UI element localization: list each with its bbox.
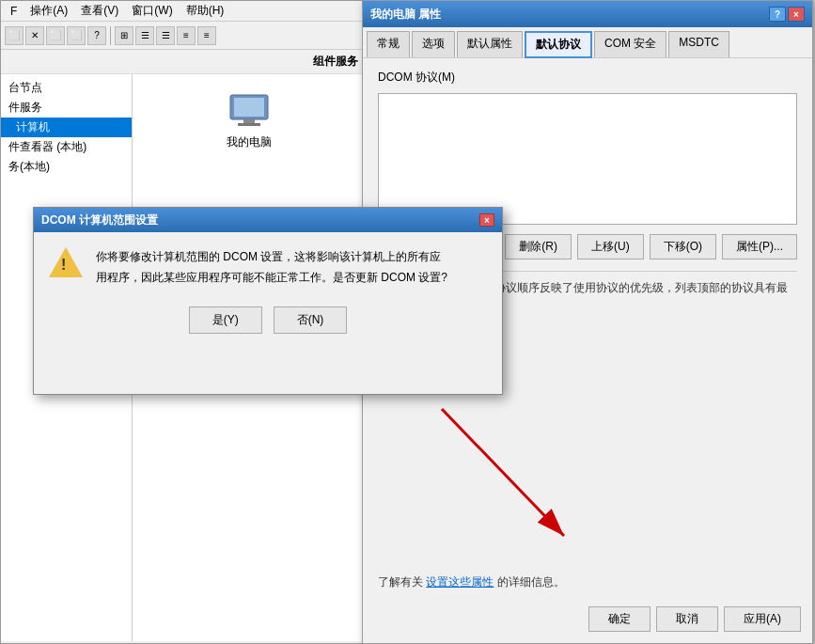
svg-rect-2 [243, 119, 255, 123]
dcom-message-line2: 用程序，因此某些应用程序可能不能正常工作。是否更新 DCOM 设置? [96, 268, 483, 289]
properties-button[interactable]: 属性(P)... [722, 234, 797, 259]
properties-titlebar: 我的电脑 属性 ? × [363, 1, 812, 27]
dialog-bottom-buttons: 确定 取消 应用(A) [588, 606, 801, 632]
toolbar-icon-6[interactable]: ⊞ [115, 26, 133, 45]
help-button[interactable]: ? [769, 7, 786, 22]
toolbar-icon-4[interactable]: ⬜ [67, 26, 86, 45]
tab-general[interactable]: 常规 [367, 31, 410, 57]
delete-button[interactable]: 删除(R) [505, 234, 572, 259]
toolbar-row: ⬜ ✕ ⬜ ⬜ ? ⊞ ☰ ☰ ≡ ≡ [1, 22, 366, 50]
mmc-header-label: 组件服务 [1, 50, 366, 74]
warning-icon [49, 247, 83, 281]
dcom-message: 你将要修改计算机范围的 DCOM 设置，这将影响该计算机上的所有应 用程序，因此… [96, 247, 483, 288]
mmc-menu-bar: F 操作(A) 查看(V) 窗口(W) 帮助(H) [1, 1, 366, 22]
close-button[interactable]: × [788, 7, 805, 22]
toolbar-icon-10[interactable]: ≡ [197, 26, 216, 45]
computer-svg [227, 93, 272, 131]
dcom-buttons: 是(Y) 否(N) [34, 299, 502, 349]
tab-options[interactable]: 选项 [412, 31, 455, 57]
no-button[interactable]: 否(N) [274, 306, 348, 334]
toolbar-icon-5[interactable]: ? [87, 26, 106, 45]
dcom-close-button[interactable]: × [479, 213, 494, 227]
move-down-button[interactable]: 下移(O) [650, 234, 716, 259]
sidebar-item-0[interactable]: 台节点 [1, 78, 132, 98]
tab-default-props[interactable]: 默认属性 [457, 31, 523, 57]
toolbar-icon-8[interactable]: ☰ [156, 26, 175, 45]
sidebar-item-3[interactable]: 件查看器 (本地) [1, 137, 132, 157]
menu-view[interactable]: 查看(V) [75, 1, 124, 21]
toolbar-icon-7[interactable]: ☰ [135, 26, 154, 45]
menu-window[interactable]: 窗口(W) [126, 1, 178, 21]
svg-rect-3 [238, 123, 260, 126]
dcom-titlebar: DCOM 计算机范围设置 × [34, 208, 502, 232]
toolbar-icon-3[interactable]: ⬜ [46, 26, 65, 45]
cancel-button[interactable]: 取消 [656, 606, 718, 632]
info-suffix: 的详细信息。 [497, 575, 565, 589]
info-link-area: 了解有关 设置这些属性 的详细信息。 [378, 574, 565, 590]
info-link[interactable]: 设置这些属性 [426, 575, 494, 589]
dcom-body: 你将要修改计算机范围的 DCOM 设置，这将影响该计算机上的所有应 用程序，因此… [34, 232, 502, 299]
menu-help[interactable]: 帮助(H) [180, 1, 230, 21]
tab-msdtc[interactable]: MSDTC [668, 31, 729, 57]
info-prefix: 了解有关 [378, 575, 423, 589]
section-title: DCOM 协议(M) [378, 70, 797, 86]
titlebar-buttons: ? × [769, 7, 805, 22]
my-computer-label: 我的电脑 [227, 134, 272, 150]
toolbar-icon-9[interactable]: ≡ [177, 26, 196, 45]
dcom-message-line1: 你将要修改计算机范围的 DCOM 设置，这将影响该计算机上的所有应 [96, 247, 483, 268]
ok-button[interactable]: 确定 [588, 606, 650, 632]
toolbar-icon-1[interactable]: ⬜ [5, 26, 24, 45]
sidebar-item-1[interactable]: 件服务 [1, 98, 132, 118]
dcom-dialog: DCOM 计算机范围设置 × 你将要修改计算机范围的 DCOM 设置，这将影响该… [33, 207, 503, 395]
warning-triangle [49, 247, 83, 277]
dialog-tabs: 常规 选项 默认属性 默认协议 COM 安全 MSDTC [363, 27, 812, 58]
tab-com-security[interactable]: COM 安全 [594, 31, 666, 57]
sidebar-item-4[interactable]: 务(本地) [1, 157, 132, 177]
move-up-button[interactable]: 上移(U) [577, 234, 644, 259]
tab-default-protocol[interactable]: 默认协议 [525, 31, 592, 58]
apply-button[interactable]: 应用(A) [724, 606, 801, 632]
menu-file[interactable]: F [5, 3, 23, 20]
my-computer-icon[interactable]: 我的电脑 [227, 93, 272, 150]
svg-rect-1 [234, 98, 264, 117]
sidebar-item-computer[interactable]: 计算机 [1, 118, 132, 137]
menu-action[interactable]: 操作(A) [24, 1, 73, 21]
protocol-list[interactable] [378, 93, 797, 225]
dcom-title: DCOM 计算机范围设置 [41, 212, 158, 228]
toolbar-icon-2[interactable]: ✕ [25, 26, 44, 45]
properties-title: 我的电脑 属性 [370, 7, 441, 23]
yes-button[interactable]: 是(Y) [189, 306, 262, 334]
